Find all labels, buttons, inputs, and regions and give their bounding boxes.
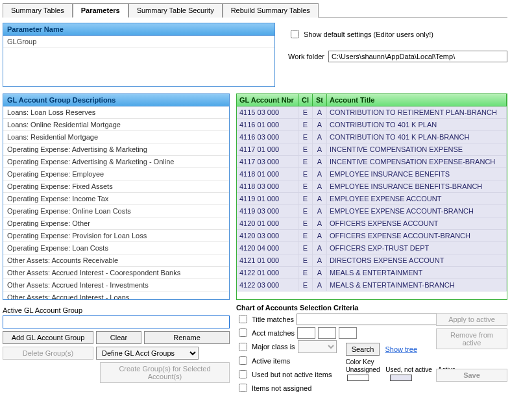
delete-groups-button[interactable]: Delete Group(s): [3, 347, 93, 360]
tab-parameters[interactable]: Parameters: [73, 3, 128, 18]
items-not-assigned-checkbox[interactable]: [239, 384, 247, 392]
account-cell-st: A: [313, 205, 327, 217]
gl-account-group-descriptions-panel: GL Account Group Descriptions Loans: Loa…: [3, 93, 230, 300]
account-row[interactable]: 4120 04 000EAOFFICERS EXP-TRUST DEPT: [237, 242, 507, 254]
account-cell-st: A: [313, 230, 327, 241]
account-row[interactable]: 4119 01 000EAEMPLOYEE EXPENSE ACCOUNT: [237, 193, 507, 205]
descriptions-list[interactable]: Loans: Loan Loss ReservesLoans: Online R…: [3, 106, 229, 299]
create-groups-button[interactable]: Create Group(s) for Selected Account(s): [100, 362, 230, 383]
used-not-active-checkbox[interactable]: [239, 370, 247, 378]
accounts-body[interactable]: 4115 03 000EACONTRIBUTION TO RETIREMENT …: [237, 106, 507, 298]
account-row[interactable]: 4122 01 000EAMEALS & ENTERTAINMENT: [237, 267, 507, 279]
description-row[interactable]: Operating Expense: Employee: [3, 168, 229, 180]
description-row[interactable]: Loans: Loan Loss Reserves: [3, 106, 229, 119]
account-cell-st: A: [313, 267, 327, 278]
title-matches-checkbox[interactable]: [239, 315, 247, 323]
parameter-row[interactable]: GLGroup: [3, 36, 274, 48]
color-key-used-label: Used, not active: [385, 366, 432, 373]
account-cell-title: INCENTIVE COMPENSATION EXPENSE-BRANCH: [327, 156, 507, 167]
acct-matches-input-2[interactable]: [318, 327, 336, 339]
work-folder-input[interactable]: [328, 51, 507, 62]
account-cell-title: EMPLOYEE EXPENSE ACCOUNT: [327, 193, 507, 204]
description-row[interactable]: Other Assets: Accrued Interest - Cooresp…: [3, 267, 229, 279]
account-cell-title: DIRECTORS EXPENSE ACCOUNT: [327, 254, 507, 266]
account-cell-title: EMPLOYEE INSURANCE BENEFITS: [327, 168, 507, 180]
col-header-account-nbr[interactable]: GL Account Nbr: [237, 94, 298, 106]
account-row[interactable]: 4121 01 000EADIRECTORS EXPENSE ACCOUNT: [237, 254, 507, 267]
define-gl-acct-groups-select[interactable]: Define GL Acct Groups: [96, 347, 199, 360]
major-class-select[interactable]: [298, 340, 337, 353]
acct-matches-input-3[interactable]: [339, 327, 357, 339]
account-cell-cl: E: [298, 230, 313, 241]
account-row[interactable]: 4116 03 000EACONTRIBUTION TO 401 K PLAN-…: [237, 131, 507, 143]
tab-bar: Summary Tables Parameters Summary Table …: [3, 3, 507, 18]
account-cell-cl: E: [298, 119, 313, 130]
account-cell-title: EMPLOYEE INSURANCE BENEFITS-BRANCH: [327, 180, 507, 192]
account-cell-nbr: 4118 03 000: [237, 180, 298, 192]
account-cell-title: OFFICERS EXPENSE ACCOUNT: [327, 217, 507, 229]
description-row[interactable]: Loans: Online Residential Mortgage: [3, 119, 229, 131]
account-cell-st: A: [313, 143, 327, 155]
major-class-checkbox[interactable]: [239, 343, 247, 351]
description-row[interactable]: Operating Expense: Advertising & Marketi…: [3, 143, 229, 156]
col-header-account-title[interactable]: Account Title: [327, 94, 507, 106]
rename-button[interactable]: Rename: [144, 331, 230, 344]
col-header-st[interactable]: St: [313, 94, 327, 106]
clear-button[interactable]: Clear: [96, 331, 141, 344]
active-items-checkbox[interactable]: [239, 356, 247, 365]
show-tree-link[interactable]: Show tree: [385, 345, 417, 353]
account-cell-title: INCENTIVE COMPENSATION EXPENSE: [327, 143, 507, 155]
swatch-unassigned: [347, 375, 369, 381]
account-cell-cl: E: [298, 205, 313, 217]
description-row[interactable]: Other Assets: Accrued Interest - Loans: [3, 291, 229, 299]
description-row[interactable]: Operating Expense: Loan Costs: [3, 242, 229, 254]
parameter-name-list[interactable]: GLGroup: [3, 36, 274, 86]
description-row[interactable]: Loans: Residential Mortgage: [3, 131, 229, 143]
account-row[interactable]: 4116 01 000EACONTRIBUTION TO 401 K PLAN: [237, 119, 507, 131]
save-button[interactable]: Save: [436, 369, 507, 382]
account-row[interactable]: 4117 01 000EAINCENTIVE COMPENSATION EXPE…: [237, 143, 507, 156]
description-row[interactable]: Operating Expense: Fixed Assets: [3, 180, 229, 193]
account-row[interactable]: 4122 03 000EAMEALS & ENTERTAINMENT-BRANC…: [237, 279, 507, 291]
account-cell-title: CONTRIBUTION TO 401 K PLAN-BRANCH: [327, 131, 507, 143]
account-row[interactable]: 4118 03 000EAEMPLOYEE INSURANCE BENEFITS…: [237, 180, 507, 193]
account-cell-nbr: 4117 03 000: [237, 156, 298, 167]
search-button[interactable]: Search: [346, 343, 380, 356]
title-matches-label: Title matches: [252, 315, 294, 323]
account-row[interactable]: 4117 03 000EAINCENTIVE COMPENSATION EXPE…: [237, 156, 507, 168]
description-row[interactable]: Other Assets: Accounts Receivable: [3, 254, 229, 267]
account-cell-nbr: 4119 03 000: [237, 205, 298, 217]
account-row[interactable]: 4120 03 000EAOFFICERS EXPENSE ACCOUNT-BR…: [237, 230, 507, 242]
account-cell-st: A: [313, 180, 327, 192]
account-row[interactable]: 4115 03 000EACONTRIBUTION TO RETIREMENT …: [237, 106, 507, 119]
apply-to-active-button[interactable]: Apply to active: [436, 313, 507, 326]
account-cell-title: MEALS & ENTERTAINMENT-BRANCH: [327, 279, 507, 291]
account-row[interactable]: 4118 01 000EAEMPLOYEE INSURANCE BENEFITS: [237, 168, 507, 180]
active-gl-group-input[interactable]: [3, 315, 230, 328]
tab-summary-tables[interactable]: Summary Tables: [3, 3, 73, 18]
tab-summary-table-security[interactable]: Summary Table Security: [128, 3, 223, 18]
description-row[interactable]: Operating Expense: Other: [3, 217, 229, 230]
description-row[interactable]: Operating Expense: Income Tax: [3, 193, 229, 205]
remove-from-active-button[interactable]: Remove from active: [436, 328, 507, 349]
tab-rebuild-summary-tables[interactable]: Rebuild Summary Tables: [223, 3, 319, 18]
account-cell-nbr: 4120 03 000: [237, 230, 298, 241]
acct-matches-input-1[interactable]: [297, 327, 315, 339]
account-cell-nbr: 4120 04 000: [237, 242, 298, 254]
account-cell-st: A: [313, 242, 327, 254]
account-row[interactable]: 4119 03 000EAEMPLOYEE EXPENSE ACCOUNT-BR…: [237, 205, 507, 217]
acct-matches-checkbox[interactable]: [239, 328, 247, 337]
account-cell-title: OFFICERS EXP-TRUST DEPT: [327, 242, 507, 254]
description-row[interactable]: Operating Expense: Online Loan Costs: [3, 205, 229, 217]
account-cell-nbr: 4122 03 000: [237, 279, 298, 291]
title-matches-input[interactable]: [297, 314, 455, 325]
description-row[interactable]: Other Assets: Accrued Interest - Investm…: [3, 279, 229, 291]
description-row[interactable]: Operating Expense: Provision for Loan Lo…: [3, 230, 229, 242]
description-row[interactable]: Operating Expense: Advertising & Marketi…: [3, 156, 229, 168]
accounts-header-row: GL Account Nbr Cl St Account Title: [237, 94, 507, 106]
col-header-cl[interactable]: Cl: [298, 94, 313, 106]
parameter-name-panel: Parameter Name GLGroup: [3, 23, 275, 87]
add-gl-account-group-button[interactable]: Add GL Account Group: [3, 331, 93, 344]
show-default-checkbox[interactable]: [291, 30, 299, 38]
account-row[interactable]: 4120 01 000EAOFFICERS EXPENSE ACCOUNT: [237, 217, 507, 230]
